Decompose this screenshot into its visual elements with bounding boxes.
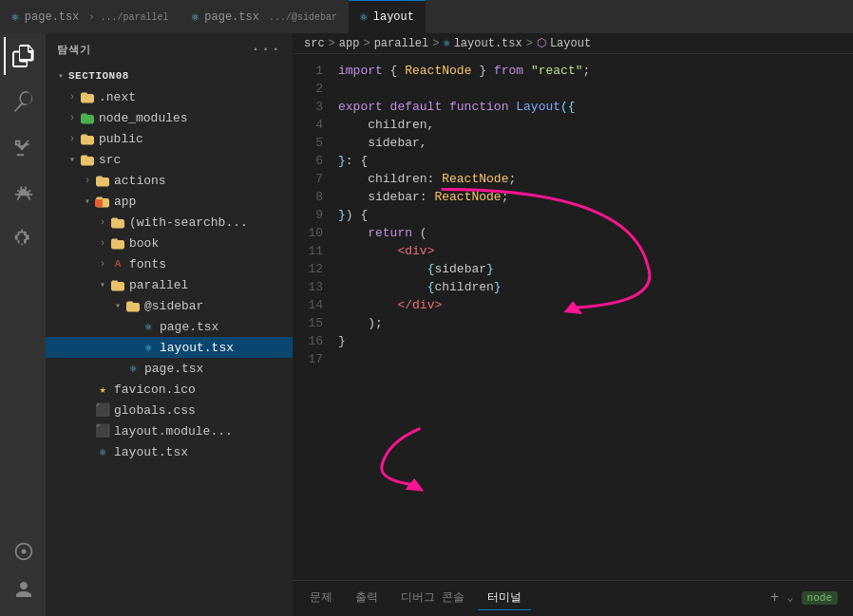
sidebar-item-favicon[interactable]: ★ favicon.ico (46, 379, 293, 400)
code-line-9: }) { (338, 206, 853, 224)
code-line-11: <div> (338, 242, 853, 260)
chevron-icon (65, 152, 80, 167)
chevron-icon (95, 215, 110, 230)
code-line-1: import { ReactNode } from "react"; (338, 62, 853, 80)
tab-close: › (88, 12, 94, 23)
chevron-icon (95, 277, 110, 292)
chevron-icon (65, 110, 80, 125)
code-line-16: } (338, 332, 853, 350)
main-area: 탐색기 ··· SECTION08 .next (0, 33, 853, 616)
tab-page-sidebar[interactable]: ⚛ page.tsx .../@sidebar (180, 0, 348, 33)
folder-icon (80, 89, 95, 104)
chevron-icon (95, 235, 110, 251)
sidebar-item-with-searchb[interactable]: (with-searchb... (46, 212, 293, 233)
svg-marker-3 (406, 478, 425, 492)
code-line-15: ); (338, 314, 853, 332)
folder-special-icon (95, 194, 110, 209)
tree-root[interactable]: SECTION08 (46, 65, 293, 86)
folder-icon (125, 298, 141, 313)
tab-layout-active[interactable]: ⚛ layout (349, 0, 426, 33)
panel-area: 문제 출력 디버그 콘솔 터미널 + ⌄ node (293, 580, 853, 616)
folder-icon (80, 152, 95, 167)
folder-icon (80, 131, 95, 146)
panel-add-button[interactable]: + (770, 589, 780, 607)
breadcrumb: src > app > parallel > ⚛ layout.tsx > ⬡ … (293, 33, 853, 54)
ico-icon: ★ (95, 382, 110, 397)
folder-icon (110, 277, 125, 292)
chevron-icon (65, 131, 80, 146)
panel-split-button[interactable]: ⌄ (787, 590, 793, 605)
panel-node-badge: node (802, 591, 838, 605)
sidebar-item-layout-module[interactable]: ⬛ layout.module... (46, 420, 293, 441)
folder-icon (80, 110, 95, 125)
files-icon[interactable] (4, 37, 42, 75)
chevron-icon (95, 256, 110, 271)
sidebar-menu-button[interactable]: ··· (251, 41, 281, 58)
code-line-4: children, (338, 116, 853, 134)
breadcrumb-react-icon: ⚛ (443, 36, 449, 50)
sidebar-item-app[interactable]: app (46, 191, 293, 212)
accounts-icon[interactable] (4, 570, 42, 608)
chevron-icon (80, 173, 95, 188)
code-line-5: sidebar, (338, 134, 853, 152)
code-line-12: {sidebar} (338, 260, 853, 278)
code-line-3: export default function Layout({ (338, 98, 853, 116)
sidebar-item-globals-css[interactable]: ⬛ globals.css (46, 400, 293, 420)
sidebar: 탐색기 ··· SECTION08 .next (46, 33, 293, 616)
code-editor[interactable]: 1234 5678 9101112 13141516 17 import { R… (293, 54, 853, 580)
search-icon[interactable] (4, 83, 42, 121)
sidebar-item-parallel-page[interactable]: ⚛ page.tsx (46, 358, 293, 379)
svg-rect-1 (95, 199, 103, 207)
folder-icon (110, 215, 125, 230)
panel-tab-problems[interactable]: 문제 (300, 586, 342, 609)
code-line-13: {children} (338, 278, 853, 296)
code-content[interactable]: import { ReactNode } from "react"; expor… (331, 54, 853, 580)
panel-tabs: 문제 출력 디버그 콘솔 터미널 + ⌄ node (293, 581, 853, 614)
react-icon: ⚛ (11, 9, 19, 25)
sidebar-item-node-modules[interactable]: node_modules (46, 107, 293, 128)
chevron-icon (110, 298, 125, 313)
debug-icon[interactable] (4, 174, 42, 212)
sidebar-item-next[interactable]: .next (46, 86, 293, 107)
svg-point-0 (22, 550, 27, 554)
panel-tab-terminal[interactable]: 터미널 (478, 586, 531, 610)
tab-page-parallel[interactable]: ⚛ page.tsx › .../parallel (0, 0, 180, 33)
sidebar-item-layout-tsx-2[interactable]: ⚛ layout.tsx (46, 441, 293, 462)
sidebar-item-src[interactable]: src (46, 149, 293, 170)
sidebar-item-public[interactable]: public (46, 128, 293, 149)
activity-bar (0, 33, 46, 616)
code-line-14: </div> (338, 296, 853, 314)
panel-actions: + ⌄ node (770, 589, 845, 607)
extensions-icon[interactable] (4, 219, 42, 257)
sidebar-item-actions[interactable]: actions (46, 170, 293, 191)
react-icon: ⚛ (360, 9, 368, 25)
tabs-bar: ⚛ page.tsx › .../parallel ⚛ page.tsx ...… (0, 0, 853, 33)
remote-icon[interactable] (4, 532, 42, 570)
code-line-2 (338, 80, 853, 98)
code-line-10: return ( (338, 224, 853, 242)
panel-tab-debug-console[interactable]: 디버그 콘솔 (391, 586, 474, 609)
folder-icon (110, 235, 125, 251)
code-line-6: }: { (338, 152, 853, 170)
sidebar-header: 탐색기 ··· (46, 33, 293, 65)
editor-area: src > app > parallel > ⚛ layout.tsx > ⬡ … (293, 33, 853, 616)
sidebar-item-at-sidebar[interactable]: @sidebar (46, 295, 293, 316)
breadcrumb-layout-icon: ⬡ (537, 36, 546, 50)
code-line-17 (338, 350, 853, 368)
file-tree: SECTION08 .next node_modules (46, 65, 293, 616)
chevron-icon (65, 89, 80, 104)
panel-tab-output[interactable]: 출력 (346, 586, 388, 609)
react-file-icon: ⚛ (141, 340, 156, 355)
sidebar-item-sidebar-page[interactable]: ⚛ page.tsx (46, 316, 293, 337)
sidebar-item-book[interactable]: book (46, 233, 293, 253)
sidebar-item-parallel[interactable]: parallel (46, 274, 293, 295)
react-icon: ⚛ (191, 9, 199, 25)
sidebar-item-layout-tsx[interactable]: ⚛ layout.tsx (46, 337, 293, 358)
sidebar-item-fonts[interactable]: A fonts (46, 253, 293, 274)
code-line-7: children: ReactNode; (338, 170, 853, 188)
folder-icon (95, 173, 110, 188)
source-control-icon[interactable] (4, 128, 42, 166)
code-line-8: sidebar: ReactNode; (338, 188, 853, 206)
chevron-icon (80, 194, 95, 209)
react-file-icon: ⚛ (95, 444, 110, 459)
